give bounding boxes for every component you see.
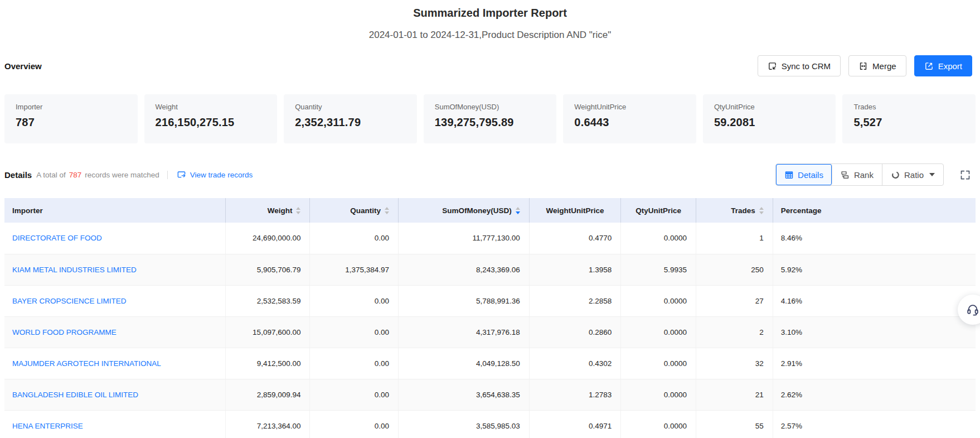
tab-details[interactable]: Details: [776, 164, 832, 185]
box-arrow-in-icon: [768, 61, 777, 71]
overview-card-importer: Importer787: [4, 94, 138, 143]
cell-weight_unit_price: 1.3958: [529, 254, 620, 285]
table-grid-icon: [784, 170, 794, 180]
cell-quantity: 0.00: [310, 285, 399, 316]
column-header-quantity[interactable]: Quantity: [310, 198, 399, 223]
column-header-inner: WeightUnitPrice: [530, 206, 620, 215]
caret-up-down-icon: [516, 207, 520, 214]
table-row: MAJUMDER AGROTECH INTERNATIONAL9,412,500…: [4, 348, 976, 379]
cell-weight: 15,097,600.00: [225, 316, 310, 348]
importer-link[interactable]: BAYER CROPSCIENCE LIMITED: [12, 297, 127, 305]
cell-importer: KIAM METAL INDUSTRIES LIMITED: [4, 254, 225, 285]
column-header-label: Importer: [12, 206, 43, 215]
importer-link[interactable]: BANGLADESH EDIBLE OIL LIMITED: [12, 391, 138, 399]
importer-link[interactable]: DIRECTORATE OF FOOD: [12, 234, 102, 242]
column-header-qty_unit_price: QtyUnitPrice: [621, 198, 696, 223]
importer-report-table: ImporterWeightQuantitySumOfMoney(USD)Wei…: [4, 198, 976, 438]
tab-ratio[interactable]: Ratio: [882, 164, 943, 185]
card-value: 5,527: [853, 116, 964, 129]
cell-qty_unit_price: 0.0000: [621, 316, 696, 348]
cell-weight_unit_price: 0.4302: [529, 348, 620, 379]
card-label: WeightUnitPrice: [574, 103, 685, 111]
merge-button[interactable]: Merge: [848, 55, 906, 76]
card-value: 0.6443: [574, 116, 685, 129]
box-arrow-out-icon: [924, 61, 934, 71]
export-label: Export: [938, 61, 962, 71]
expand-corners-icon: [959, 169, 971, 181]
column-header-importer: Importer: [4, 198, 225, 223]
cell-sum_of_money_usd: 3,654,638.35: [398, 379, 529, 410]
importer-link[interactable]: KIAM METAL INDUSTRIES LIMITED: [12, 266, 137, 274]
cell-quantity: 0.00: [310, 348, 399, 379]
tab-rank[interactable]: Rank: [832, 164, 882, 185]
export-button[interactable]: Export: [914, 55, 972, 76]
card-value: 787: [16, 116, 127, 129]
column-header-weight_unit_price: WeightUnitPrice: [529, 198, 620, 223]
overview-card-qtyunitprice: QtyUnitPrice59.2081: [703, 94, 836, 143]
tab-rank-label: Rank: [854, 170, 874, 180]
card-label: Weight: [156, 103, 266, 111]
fullscreen-button[interactable]: [959, 169, 971, 181]
report-query-subtitle: 2024-01-01 to 2024-12-31,Product Descrip…: [4, 29, 976, 41]
column-header-label: Trades: [731, 206, 755, 215]
card-value: 59.2081: [714, 116, 825, 129]
sort-desc-caret: [385, 211, 389, 214]
table-row: WORLD FOOD PROGRAMME15,097,600.000.004,3…: [4, 316, 976, 348]
cell-quantity: 1,375,384.97: [310, 254, 399, 285]
column-header-weight[interactable]: Weight: [225, 198, 310, 223]
column-header-label: Quantity: [350, 206, 381, 215]
cell-importer: HENA ENTERPRISE: [4, 410, 225, 438]
cell-importer: MAJUMDER AGROTECH INTERNATIONAL: [4, 348, 225, 379]
cell-sum_of_money_usd: 4,317,976.18: [398, 316, 529, 348]
cell-percentage: 4.16%: [773, 285, 976, 316]
cell-qty_unit_price: 0.0000: [621, 410, 696, 438]
column-header-trades[interactable]: Trades: [696, 198, 773, 223]
cell-importer: BANGLADESH EDIBLE OIL LIMITED: [4, 379, 225, 410]
cell-importer: WORLD FOOD PROGRAMME: [4, 316, 225, 348]
column-header-percentage: Percentage: [773, 198, 976, 223]
card-label: Trades: [853, 103, 964, 111]
overview-card-weight: Weight216,150,275.15: [144, 94, 278, 143]
summary-suffix: records were matched: [85, 171, 159, 179]
overview-cards: Importer787Weight216,150,275.15Quantity2…: [4, 94, 976, 143]
cell-weight_unit_price: 0.2860: [529, 316, 620, 348]
tab-details-label: Details: [798, 170, 823, 180]
column-header-label: Weight: [268, 206, 293, 215]
sort-asc-caret: [296, 207, 300, 210]
merge-label: Merge: [872, 61, 896, 71]
card-value: 2,352,311.79: [295, 116, 406, 129]
card-label: Importer: [16, 103, 127, 111]
overview-section-title: Overview: [4, 61, 42, 71]
importer-link[interactable]: WORLD FOOD PROGRAMME: [12, 328, 117, 336]
importer-link[interactable]: HENA ENTERPRISE: [12, 422, 83, 430]
card-label: QtyUnitPrice: [714, 103, 825, 111]
view-mode-segmented-control: Details Rank: [775, 163, 944, 186]
card-label: SumOfMoney(USD): [435, 103, 546, 111]
column-header-label: WeightUnitPrice: [546, 206, 604, 215]
cell-quantity: 0.00: [310, 223, 399, 254]
caret-down-icon: [929, 173, 935, 176]
view-trade-records-link[interactable]: View trade records: [177, 171, 253, 179]
cell-qty_unit_price: 0.0000: [621, 348, 696, 379]
column-header-inner: Quantity: [310, 206, 398, 215]
cell-weight_unit_price: 0.4770: [529, 223, 620, 254]
view-switcher: Details Rank: [775, 163, 971, 186]
cell-trades: 1: [696, 223, 773, 254]
column-header-sum_of_money_usd[interactable]: SumOfMoney(USD): [398, 198, 529, 223]
caret-up-down-icon: [385, 207, 389, 214]
sync-to-crm-button[interactable]: Sync to CRM: [758, 55, 841, 76]
cell-quantity: 0.00: [310, 410, 399, 438]
toolbar-buttons: Sync to CRM Merge: [758, 55, 972, 76]
cell-trades: 27: [696, 285, 773, 316]
sync-to-crm-label: Sync to CRM: [782, 61, 831, 71]
importer-link[interactable]: MAJUMDER AGROTECH INTERNATIONAL: [12, 359, 161, 368]
cell-trades: 2: [696, 316, 773, 348]
card-value: 139,275,795.89: [435, 116, 546, 129]
column-header-inner: Weight: [226, 206, 310, 215]
sort-desc-caret: [296, 211, 300, 214]
sort-desc-caret: [516, 211, 520, 214]
sort-asc-caret: [759, 207, 764, 210]
column-header-label: QtyUnitPrice: [635, 206, 681, 215]
card-value: 216,150,275.15: [156, 116, 266, 129]
sort-desc-caret: [759, 211, 764, 214]
